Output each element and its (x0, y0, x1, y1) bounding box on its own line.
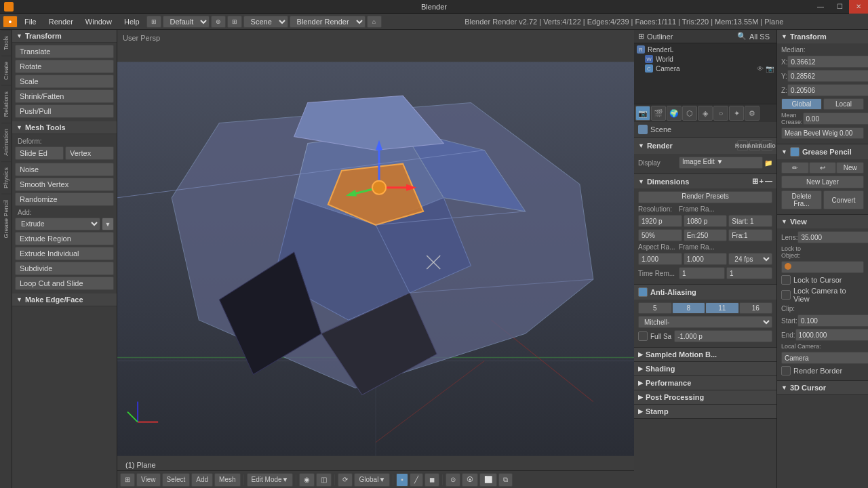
engine-selector[interactable]: Blender Render (290, 16, 366, 28)
anti-alias-header[interactable]: Anti-Aliasing (634, 285, 776, 300)
mesh-tools-section-header[interactable]: ▼ Mesh Tools (12, 121, 117, 134)
lock-obj-field[interactable] (781, 261, 864, 273)
res-y-field[interactable] (684, 215, 728, 227)
extrude-individual-btn[interactable]: Extrude Individual (15, 247, 114, 260)
scene-icon-btn[interactable]: ⊕ (211, 16, 226, 28)
right-transform-header[interactable]: ▼ Transform (777, 30, 868, 43)
edge-mode-btn[interactable]: ╱ (410, 473, 423, 487)
menu-file[interactable]: File (19, 16, 42, 27)
viewport-3d[interactable]: User Persp (117, 30, 634, 488)
translate-btn[interactable]: Translate (15, 45, 114, 58)
rotate-btn[interactable]: Rotate (15, 60, 114, 73)
shrink-fatten-btn[interactable]: Shrink/Fatten (15, 89, 114, 103)
res-pct-field[interactable] (638, 229, 682, 241)
render-mode-icon1[interactable]: Rend (737, 140, 748, 151)
shading-header[interactable]: ▶ Shading (634, 362, 776, 375)
outliner-item-renderlayer[interactable]: R RenderL (635, 45, 775, 54)
props-tab-physics[interactable]: ⚙ (745, 106, 760, 121)
x-value-field[interactable] (787, 56, 868, 68)
full-sample-checkbox[interactable] (638, 331, 648, 341)
dim-icon2[interactable]: + (760, 177, 764, 186)
timerem-val2[interactable] (726, 267, 772, 279)
props-tab-material[interactable]: ○ (713, 106, 728, 121)
post-processing-header[interactable]: ▶ Post Processing (634, 390, 776, 404)
clip-start-field[interactable] (797, 314, 868, 327)
close-button[interactable]: ✕ (849, 0, 868, 14)
z-value-field[interactable] (787, 84, 868, 96)
camera-field[interactable] (781, 352, 868, 364)
view-selector-icon[interactable]: ⊞ (120, 473, 135, 487)
edit-mode-selector[interactable]: Edit Mode ▼ (247, 473, 294, 487)
extrude-region-btn[interactable]: Extrude Region (15, 232, 114, 245)
frame-step-field[interactable] (728, 229, 772, 241)
menu-render[interactable]: Render (43, 16, 79, 27)
maximize-button[interactable]: ☐ (830, 0, 849, 14)
aa-btn-11[interactable]: 11 (705, 302, 739, 314)
stamp-header[interactable]: ▶ Stamp (634, 405, 776, 418)
extrude-arrow-btn[interactable]: ▼ (102, 218, 114, 230)
lens-field[interactable] (797, 231, 868, 243)
loop-cut-slide-btn[interactable]: Loop Cut and Slide (15, 277, 114, 290)
y-value-field[interactable] (787, 70, 868, 82)
gp-tool-erase[interactable]: ↩ (809, 162, 837, 174)
mean-crease-field[interactable] (803, 113, 868, 125)
strip-tab-physics[interactable]: Physics (1, 161, 11, 194)
proportional-edit-btn[interactable]: ⊙ (446, 473, 460, 487)
grease-pencil-checkbox[interactable] (790, 147, 800, 157)
props-tab-object[interactable]: ⬡ (682, 106, 697, 121)
outliner-item-camera[interactable]: C Camera 👁 📷 (635, 64, 775, 73)
gp-tool-draw[interactable]: ✏ (781, 162, 809, 174)
outliner-filter-icon[interactable]: All SS (747, 33, 772, 41)
strip-tab-relations[interactable]: Relations (1, 85, 11, 123)
gp-delete-btn[interactable]: Delete Fra... (781, 190, 822, 209)
menu-window[interactable]: Window (80, 16, 117, 27)
outliner-icon-btn[interactable]: ⊞ (638, 32, 644, 41)
smooth-vertex-btn[interactable]: Smooth Vertex (15, 178, 114, 191)
strip-tab-tools[interactable]: Tools (1, 30, 11, 56)
outliner-item-world[interactable]: W World (635, 54, 775, 64)
mesh-menu-btn[interactable]: Mesh (214, 473, 240, 487)
gp-new-layer-btn[interactable]: New Layer (781, 176, 864, 188)
render-mode-icon3[interactable]: Audio (762, 140, 772, 151)
scale-btn[interactable]: Scale (15, 75, 114, 88)
aa-filter-select[interactable]: Mitchell- (638, 316, 772, 328)
frame-start-field[interactable] (728, 215, 772, 227)
scene-selector[interactable]: Scene (243, 16, 288, 28)
clip-end-field[interactable] (795, 329, 868, 341)
overlay-btn[interactable]: ⧉ (498, 473, 513, 487)
view-mode-icon[interactable]: ⊞ (146, 16, 161, 28)
dim-icon3[interactable]: — (765, 177, 772, 186)
props-tab-texture[interactable]: ✦ (729, 106, 744, 121)
make-edge-face-header[interactable]: ▼ Make Edge/Face (12, 293, 117, 306)
add-menu-btn[interactable]: Add (191, 473, 213, 487)
fps-selector[interactable]: 24 fps (728, 253, 772, 265)
aa-filter-val[interactable] (674, 330, 772, 342)
sampled-motion-header[interactable]: ▶ Sampled Motion B... (634, 348, 776, 361)
outliner-search-icon[interactable]: 🔍 (737, 32, 747, 41)
display-value[interactable]: Image Edit ▼ (679, 157, 763, 169)
dim-icon1[interactable]: ⊞ (752, 177, 758, 186)
draw-type-icon[interactable]: ◫ (316, 473, 332, 487)
cursor-3d-header[interactable]: ▼ 3D Cursor (777, 381, 868, 394)
extrude-select[interactable]: Extrude (15, 218, 100, 230)
gp-new-btn[interactable]: New (836, 162, 864, 174)
dimensions-section-header[interactable]: ▼ Dimensions ⊞ + — (634, 174, 776, 188)
aa-btn-16[interactable]: 16 (739, 302, 773, 314)
strip-tab-create[interactable]: Create (1, 56, 11, 85)
push-pull-btn[interactable]: Push/Pull (15, 104, 114, 118)
face-mode-btn[interactable]: ◼ (425, 473, 439, 487)
res-x-field[interactable] (638, 215, 682, 227)
vertex-btn[interactable]: Vertex (65, 146, 114, 160)
timerem-val1[interactable] (679, 267, 725, 279)
snap-btn[interactable]: ⦿ (462, 473, 478, 487)
local-btn[interactable]: Local (823, 98, 864, 110)
props-tab-mesh[interactable]: ◈ (698, 106, 713, 121)
render-section-header[interactable]: ▼ Render Rend Anim Audio (634, 138, 776, 154)
props-tab-world[interactable]: 🌍 (667, 106, 682, 121)
grease-pencil-header[interactable]: ▼ Grease Pencil (777, 144, 868, 159)
viewport-shading-icon[interactable]: ◉ (299, 473, 315, 487)
occlude-btn[interactable]: ⬜ (479, 473, 497, 487)
slide-edge-btn[interactable]: Slide Ed (15, 146, 64, 160)
view-section-header[interactable]: ▼ View (777, 215, 868, 228)
view-menu-btn[interactable]: View (136, 473, 161, 487)
